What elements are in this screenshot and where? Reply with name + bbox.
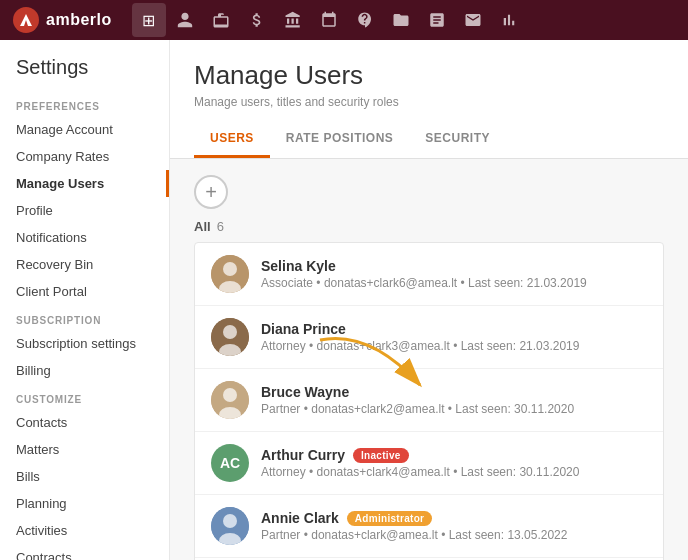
- user-details: Attorney • donatas+clark3@amea.lt • Last…: [261, 339, 647, 353]
- user-details: Associate • donatas+clark6@amea.lt • Las…: [261, 276, 647, 290]
- badge-admin: Administrator: [347, 511, 432, 526]
- user-info: Bruce WaynePartner • donatas+clark2@amea…: [261, 384, 647, 416]
- user-name: Annie ClarkAdministrator: [261, 510, 647, 526]
- svg-point-2: [223, 262, 237, 276]
- nav-calendar-icon[interactable]: [312, 3, 346, 37]
- nav-report-icon[interactable]: [420, 3, 454, 37]
- tabs-bar: USERSRATE POSITIONSSECURITY: [194, 121, 664, 158]
- nav-folder-icon[interactable]: [384, 3, 418, 37]
- sidebar-item-client-portal[interactable]: Client Portal: [0, 278, 169, 305]
- page-subtitle: Manage users, titles and security roles: [194, 95, 664, 109]
- svg-point-11: [223, 514, 237, 528]
- user-row[interactable]: Annie ClarkAdministratorPartner • donata…: [195, 495, 663, 558]
- sidebar-item-billing[interactable]: Billing: [0, 357, 169, 384]
- user-row[interactable]: ACArthur CurryInactiveAttorney • donatas…: [195, 432, 663, 495]
- sidebar-item-company-rates[interactable]: Company Rates: [0, 143, 169, 170]
- top-nav: amberlo ⊞: [0, 0, 688, 40]
- sidebar-item-notifications[interactable]: Notifications: [0, 224, 169, 251]
- sidebar-item-activities[interactable]: Activities: [0, 517, 169, 544]
- user-count-num: 6: [217, 219, 224, 234]
- nav-bank-icon[interactable]: [276, 3, 310, 37]
- user-name: Selina Kyle: [261, 258, 647, 274]
- avatar: [211, 318, 249, 356]
- badge-inactive: Inactive: [353, 448, 409, 463]
- tab-users[interactable]: USERS: [194, 121, 270, 158]
- user-details: Partner • donatas+clark@amea.lt • Last s…: [261, 528, 647, 542]
- sidebar-section-preferences: PREFERENCES: [0, 91, 169, 116]
- user-details: Attorney • donatas+clark4@amea.lt • Last…: [261, 465, 647, 479]
- user-list: Selina KyleAssociate • donatas+clark6@am…: [194, 242, 664, 560]
- sidebar: Settings PREFERENCESManage AccountCompan…: [0, 40, 170, 560]
- nav-contacts-icon[interactable]: [168, 3, 202, 37]
- sidebar-section-subscription: SUBSCRIPTION: [0, 305, 169, 330]
- sidebar-item-manage-account[interactable]: Manage Account: [0, 116, 169, 143]
- user-name: Bruce Wayne: [261, 384, 647, 400]
- sidebar-item-matters[interactable]: Matters: [0, 436, 169, 463]
- user-count-row: All 6: [194, 219, 664, 234]
- content-area: Manage Users Manage users, titles and se…: [170, 40, 688, 560]
- logo-text: amberlo: [46, 11, 112, 29]
- avatar: AC: [211, 444, 249, 482]
- main-layout: Settings PREFERENCESManage AccountCompan…: [0, 40, 688, 560]
- nav-dollar-icon[interactable]: [240, 3, 274, 37]
- user-name: Diana Prince: [261, 321, 647, 337]
- nav-mail-icon[interactable]: [456, 3, 490, 37]
- sidebar-item-planning[interactable]: Planning: [0, 490, 169, 517]
- nav-chart-icon[interactable]: [492, 3, 526, 37]
- avatar: [211, 507, 249, 545]
- users-content: + All 6 Selina KyleAssociate • donatas+c…: [170, 159, 688, 560]
- page-title: Manage Users: [194, 60, 664, 91]
- user-row[interactable]: Diana PrinceAttorney • donatas+clark3@am…: [195, 306, 663, 369]
- tab-rate-positions[interactable]: RATE POSITIONS: [270, 121, 409, 158]
- sidebar-item-bills[interactable]: Bills: [0, 463, 169, 490]
- nav-currency-icon[interactable]: [348, 3, 382, 37]
- user-details: Partner • donatas+clark2@amea.lt • Last …: [261, 402, 647, 416]
- sidebar-item-manage-users[interactable]: Manage Users: [0, 170, 169, 197]
- sidebar-item-recovery-bin[interactable]: Recovery Bin: [0, 251, 169, 278]
- user-name: Arthur CurryInactive: [261, 447, 647, 463]
- content-header: Manage Users Manage users, titles and se…: [170, 40, 688, 159]
- user-info: Diana PrinceAttorney • donatas+clark3@am…: [261, 321, 647, 353]
- nav-briefcase-icon[interactable]: [204, 3, 238, 37]
- user-info: Selina KyleAssociate • donatas+clark6@am…: [261, 258, 647, 290]
- logo-area[interactable]: amberlo: [12, 6, 112, 34]
- add-user-button[interactable]: +: [194, 175, 228, 209]
- sidebar-item-contacts[interactable]: Contacts: [0, 409, 169, 436]
- tab-security[interactable]: SECURITY: [409, 121, 506, 158]
- avatar: [211, 255, 249, 293]
- svg-point-5: [223, 325, 237, 339]
- user-info: Annie ClarkAdministratorPartner • donata…: [261, 510, 647, 542]
- sidebar-item-subscription-settings[interactable]: Subscription settings: [0, 330, 169, 357]
- sidebar-item-profile[interactable]: Profile: [0, 197, 169, 224]
- sidebar-section-customize: CUSTOMIZE: [0, 384, 169, 409]
- user-info: Arthur CurryInactiveAttorney • donatas+c…: [261, 447, 647, 479]
- nav-grid-icon[interactable]: ⊞: [132, 3, 166, 37]
- user-row[interactable]: Bruce WaynePartner • donatas+clark2@amea…: [195, 369, 663, 432]
- sidebar-item-contracts[interactable]: Contracts: [0, 544, 169, 560]
- user-row[interactable]: Selina KyleAssociate • donatas+clark6@am…: [195, 243, 663, 306]
- sidebar-title: Settings: [0, 56, 169, 91]
- user-count-label: All: [194, 219, 211, 234]
- svg-point-8: [223, 388, 237, 402]
- nav-icons: ⊞: [132, 3, 526, 37]
- amberlo-logo-icon: [12, 6, 40, 34]
- avatar: [211, 381, 249, 419]
